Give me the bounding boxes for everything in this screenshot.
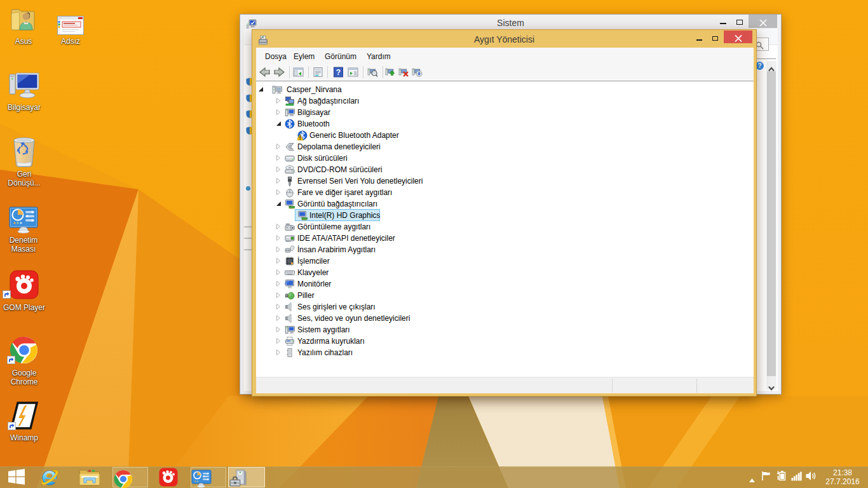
svg-text:?: ? (336, 68, 341, 77)
